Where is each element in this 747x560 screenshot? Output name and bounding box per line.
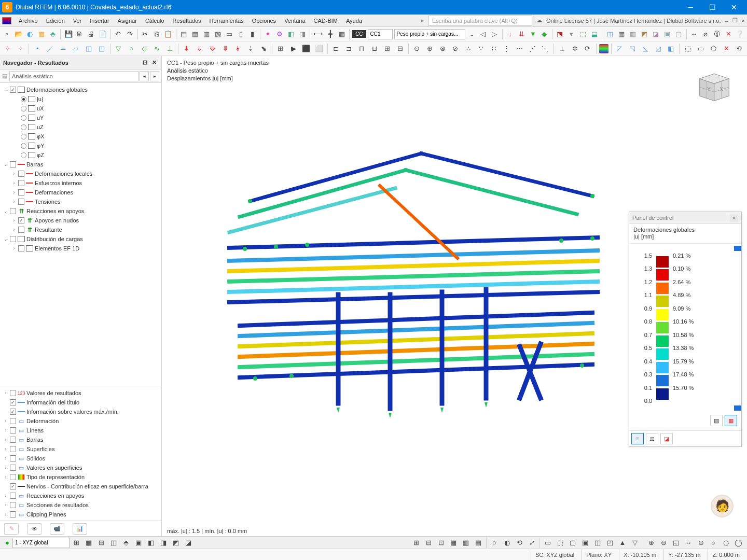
snap3-icon[interactable]: ⊗ xyxy=(437,43,448,54)
mdi-restore-icon[interactable]: ❐ xyxy=(732,17,738,24)
menu-asignar[interactable]: Asignar xyxy=(114,16,141,25)
load3-icon[interactable]: ⟱ xyxy=(207,43,218,54)
sb-r21[interactable]: ◱ xyxy=(670,537,682,549)
menu-herramientas[interactable]: Herramientas xyxy=(205,16,248,25)
beam-icon[interactable]: ⊏ xyxy=(330,43,342,54)
polar-icon[interactable]: ✲ xyxy=(569,43,580,54)
mesh-icon[interactable]: ⊞ xyxy=(275,43,286,54)
sb-r6[interactable]: ▤ xyxy=(473,537,484,549)
radio-phix[interactable] xyxy=(21,134,26,139)
cube2-icon[interactable]: ◨ xyxy=(297,29,307,40)
next-icon[interactable]: ▸ xyxy=(150,71,159,81)
block-icon[interactable]: ▦ xyxy=(36,29,46,40)
maximize-button[interactable]: ☐ xyxy=(701,0,723,15)
paste-icon[interactable]: 📋 xyxy=(163,29,173,40)
menu-resultados[interactable]: Resultados xyxy=(169,16,205,25)
radio-phiy[interactable] xyxy=(21,143,26,149)
sb-i5[interactable]: ⬘ xyxy=(120,537,132,549)
dropdown-icon[interactable]: ⌄ xyxy=(467,29,477,40)
line-icon[interactable]: ／ xyxy=(45,43,56,54)
surface-icon[interactable]: ▱ xyxy=(71,43,82,54)
sb-i9[interactable]: ◩ xyxy=(170,537,182,549)
load2-icon[interactable]: ⇓ xyxy=(194,43,205,54)
dim-icon[interactable]: ⟷ xyxy=(313,29,324,40)
load-area-icon[interactable]: ▼ xyxy=(528,29,538,40)
sb-r7[interactable]: ○ xyxy=(489,537,500,549)
load-solid-icon[interactable]: ◆ xyxy=(540,29,549,40)
table-icon[interactable]: ▤ xyxy=(179,29,189,40)
minimize-button[interactable]: ─ xyxy=(680,0,701,15)
result-icon[interactable]: ⬛ xyxy=(300,43,312,54)
grid-icon[interactable]: ▦ xyxy=(337,29,347,40)
prev-case-icon[interactable]: ◁ xyxy=(478,29,488,40)
new-icon[interactable]: ▫ xyxy=(2,29,12,40)
snap11-icon[interactable]: ⋱ xyxy=(540,43,551,54)
pin-icon[interactable]: ⊡ xyxy=(141,59,149,67)
scale-max-slider[interactable] xyxy=(734,246,741,251)
cut-icon[interactable]: ✂ xyxy=(140,29,150,40)
opening-icon[interactable]: ◰ xyxy=(96,43,107,54)
beam4-icon[interactable]: ⊔ xyxy=(369,43,380,54)
undo-icon[interactable]: ↶ xyxy=(113,29,123,40)
radio-u[interactable] xyxy=(21,96,26,102)
next-case-icon[interactable]: ▷ xyxy=(490,29,500,40)
calc-icon[interactable]: ▶ xyxy=(288,43,299,54)
3d-viewport[interactable]: CC1 - Peso propio + sin cargas muertas A… xyxy=(162,56,747,536)
report-icon[interactable]: 📄 xyxy=(98,29,107,40)
load4-icon[interactable]: ⤋ xyxy=(219,43,231,54)
sb-r26[interactable]: ◯ xyxy=(732,537,744,549)
snap10-icon[interactable]: ⋰ xyxy=(527,43,538,54)
sb-r2[interactable]: ⊟ xyxy=(423,537,434,549)
nav-tab-display-icon[interactable]: 👁 xyxy=(27,523,42,535)
load-line-icon[interactable]: ⇊ xyxy=(517,29,527,40)
render-icon[interactable]: ◩ xyxy=(639,29,649,40)
table4-icon[interactable]: ▧ xyxy=(213,29,223,40)
node-icon[interactable]: • xyxy=(32,43,43,54)
sb-r23[interactable]: ⊙ xyxy=(695,537,707,549)
render4-icon[interactable]: ▢ xyxy=(673,29,683,40)
analysis-type-select[interactable]: Análisis estático xyxy=(9,71,139,81)
cp-tool-apply-icon[interactable]: ▦ xyxy=(725,415,737,426)
load6-icon[interactable]: ⇣ xyxy=(245,43,257,54)
hinge-icon[interactable]: ○ xyxy=(126,43,137,54)
beam2-icon[interactable]: ⊐ xyxy=(343,43,355,54)
sb-r8[interactable]: ◐ xyxy=(501,537,513,549)
sb-i3[interactable]: ⊟ xyxy=(95,537,107,549)
help-icon[interactable]: ❔ xyxy=(735,29,745,40)
wand-icon[interactable]: ✦ xyxy=(263,29,273,40)
beam6-icon[interactable]: ⊟ xyxy=(394,43,406,54)
print-icon[interactable]: 🖨 xyxy=(86,29,96,40)
measure-icon[interactable]: ↔ xyxy=(689,29,699,40)
cp-tab-filter-icon[interactable]: ◪ xyxy=(660,433,673,444)
tree-dist[interactable]: Distribución de cargas xyxy=(26,236,83,242)
sb-r24[interactable]: ⟐ xyxy=(708,537,719,549)
scale-min-slider[interactable] xyxy=(734,405,741,411)
sb-r14[interactable]: ▣ xyxy=(579,537,591,549)
close-button[interactable]: ✕ xyxy=(723,0,745,15)
table2-icon[interactable]: ▦ xyxy=(190,29,200,40)
ok-icon[interactable]: ● xyxy=(3,537,11,549)
sb-i8[interactable]: ◨ xyxy=(158,537,169,549)
radio-phiz[interactable] xyxy=(21,152,26,158)
view3-icon[interactable]: ▥ xyxy=(628,29,638,40)
xz-icon[interactable]: ⬔ xyxy=(555,29,565,40)
sb-i10[interactable]: ◪ xyxy=(183,537,194,549)
render2-icon[interactable]: ◪ xyxy=(651,29,660,40)
result2-icon[interactable]: ⬜ xyxy=(313,43,325,54)
sb-r5[interactable]: ▥ xyxy=(460,537,472,549)
cp-tool-edit-icon[interactable]: ▤ xyxy=(710,415,723,426)
sb-r9[interactable]: ⟲ xyxy=(514,537,525,549)
save-icon[interactable]: 💾 xyxy=(63,29,73,40)
tree-barras[interactable]: Barras xyxy=(26,161,43,167)
cp-tab-factors-icon[interactable]: ⚖ xyxy=(646,433,658,444)
nav-tab-views-icon[interactable]: 📹 xyxy=(50,523,64,535)
snap1-icon[interactable]: ⊙ xyxy=(411,43,423,54)
clip-icon[interactable]: ⬚ xyxy=(682,43,694,54)
table3-icon[interactable]: ▥ xyxy=(202,29,212,40)
sb-r11[interactable]: ▭ xyxy=(542,537,554,549)
menu-edicion[interactable]: Edición xyxy=(42,16,69,25)
sel2-icon[interactable]: ⬓ xyxy=(589,29,599,40)
sb-i4[interactable]: ◫ xyxy=(108,537,119,549)
view-select[interactable] xyxy=(12,538,70,548)
sb-r22[interactable]: ↔ xyxy=(683,537,694,549)
